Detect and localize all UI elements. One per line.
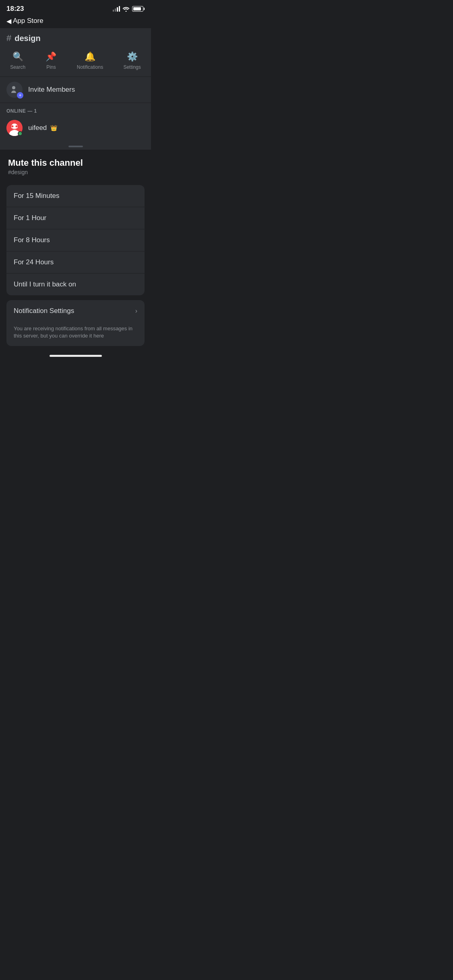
mute-option-1hour[interactable]: For 1 Hour [6,207,145,229]
toolbar-pins[interactable]: 📌 Pins [46,51,56,70]
channel-name: design [14,34,40,43]
home-pill [50,355,102,357]
invite-avatar: + [6,82,23,98]
bottom-sheet: Mute this channel #design For 15 Minutes… [0,150,151,346]
crown-icon: 👑 [50,125,57,131]
notification-settings-label: Notification Settings [14,307,74,315]
avatar-wrap [6,120,23,136]
drag-pill [68,146,83,147]
invite-members-label: Invite Members [28,86,75,94]
search-icon: 🔍 [12,51,23,62]
status-bar: 18:23 [0,0,151,15]
online-status-dot [18,131,23,136]
hash-icon: # [6,33,11,43]
pins-label: Pins [46,64,56,70]
toolbar-search[interactable]: 🔍 Search [10,51,25,70]
online-section: ONLINE — 1 [0,103,151,116]
status-time: 18:23 [6,5,24,13]
toolbar-settings[interactable]: ⚙️ Settings [123,51,141,70]
online-label: ONLINE — 1 [6,108,37,114]
svg-point-4 [16,126,18,128]
mute-option-15min[interactable]: For 15 Minutes [6,185,145,207]
back-label: App Store [13,17,43,25]
notifications-icon: 🔔 [85,51,95,62]
toolbar-notifications[interactable]: 🔔 Notifications [77,51,103,70]
svg-point-3 [12,126,14,128]
channel-toolbar: 🔍 Search 📌 Pins 🔔 Notifications ⚙️ Setti… [0,47,151,76]
channel-header: # design [0,28,151,47]
notifications-label: Notifications [77,64,103,70]
add-icon: + [17,92,23,99]
user-row[interactable]: uifeed 👑 [0,116,151,142]
battery-icon [132,6,145,12]
settings-icon: ⚙️ [127,51,138,62]
pins-icon: 📌 [46,51,56,62]
signal-icon [113,6,120,12]
mute-options-list: For 15 Minutes For 1 Hour For 8 Hours Fo… [6,185,145,295]
notification-settings-section: Notification Settings › You are receivin… [6,300,145,346]
sheet-subtitle: #design [8,169,143,175]
invite-members-row[interactable]: + Invite Members [0,77,151,103]
notification-settings-row[interactable]: Notification Settings › [6,300,145,322]
notification-description: You are receiving notifications from all… [6,322,145,346]
mute-option-24hours[interactable]: For 24 Hours [6,251,145,274]
wifi-icon [122,6,130,12]
drag-indicator [0,142,151,150]
sheet-title-section: Mute this channel #design [0,150,151,180]
mute-option-8hours[interactable]: For 8 Hours [6,229,145,251]
username: uifeed [28,124,47,132]
back-arrow-icon: ◀ [6,17,11,25]
sheet-title: Mute this channel [8,158,143,168]
search-label: Search [10,64,25,70]
home-indicator [0,351,151,359]
chevron-right-icon: › [135,307,137,315]
back-nav[interactable]: ◀ App Store [0,15,151,28]
status-icons [113,6,145,12]
settings-label: Settings [123,64,141,70]
user-info: uifeed 👑 [28,124,57,132]
mute-option-forever[interactable]: Until I turn it back on [6,274,145,295]
